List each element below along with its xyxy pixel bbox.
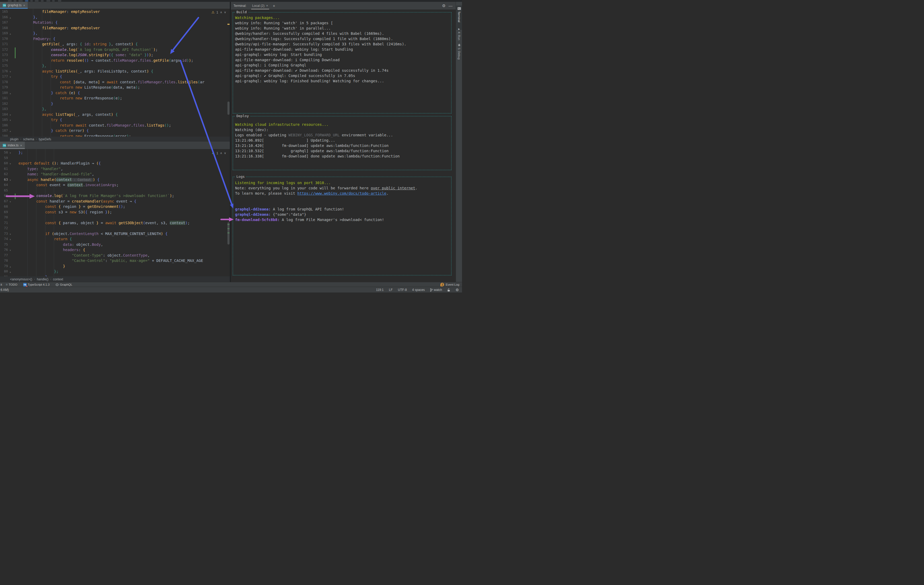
fold-marker-icon[interactable]: [8, 194, 13, 199]
code-line[interactable]: 168 fileManager: emptyResolver: [0, 26, 230, 31]
close-icon[interactable]: ×: [23, 3, 25, 7]
status-git-cut[interactable]: it: [0, 283, 2, 286]
code-line[interactable]: 183 },: [0, 107, 230, 112]
code-line[interactable]: 172 console.log(`A log from GraphQL API …: [0, 48, 230, 53]
code-line[interactable]: 75 data: object.Body,: [0, 242, 230, 248]
close-icon[interactable]: ×: [20, 143, 22, 147]
fold-marker-icon[interactable]: [8, 85, 13, 91]
code-line[interactable]: 175 },: [0, 64, 230, 69]
fold-marker-icon[interactable]: [8, 253, 13, 259]
fold-marker-icon[interactable]: ▾: [8, 161, 13, 167]
event-log-button[interactable]: 2 Event Log: [441, 283, 459, 287]
breadcrumb-item[interactable]: plugin: [10, 137, 18, 141]
code-line[interactable]: 67▾ const handler = createHandler(async …: [0, 199, 230, 205]
code-line[interactable]: 171 getFile(_, args: { id: string }, con…: [0, 42, 230, 48]
code-line[interactable]: 182 }: [0, 102, 230, 107]
fold-marker-icon[interactable]: [8, 183, 13, 188]
toolwindow-terminal-button[interactable]: >_ Terminal: [456, 5, 462, 30]
fold-marker-icon[interactable]: [8, 37, 13, 42]
fold-marker-icon[interactable]: ▾: [8, 112, 13, 118]
code-line[interactable]: 58▾};: [0, 150, 230, 156]
fold-marker-icon[interactable]: [8, 80, 13, 86]
next-issue-icon[interactable]: ∨: [224, 11, 226, 14]
code-line[interactable]: 184▾ async listTags(_, args, context) {: [0, 112, 230, 118]
code-line[interactable]: 68 const { region } = getEnvironment();: [0, 204, 230, 210]
file-encoding[interactable]: UTF-8: [398, 288, 407, 292]
fold-marker-icon[interactable]: [8, 188, 13, 194]
fold-marker-icon[interactable]: ▴: [8, 91, 13, 96]
fold-marker-icon[interactable]: [8, 167, 13, 172]
fold-marker-icon[interactable]: ▾: [8, 199, 13, 205]
fold-marker-icon[interactable]: [8, 58, 13, 64]
code-line[interactable]: 170 FmQuery: {: [0, 37, 230, 42]
breadcrumb-item[interactable]: context: [53, 277, 63, 281]
fold-marker-icon[interactable]: [8, 204, 13, 210]
inspection-widget[interactable]: ✔1 ∧ ∨: [211, 151, 226, 155]
indent-setting[interactable]: 4 spaces: [412, 288, 425, 292]
fold-marker-icon[interactable]: [8, 64, 13, 69]
fold-marker-icon[interactable]: ▾: [8, 237, 13, 242]
gear-icon[interactable]: ⚙: [442, 3, 446, 8]
fold-marker-icon[interactable]: [8, 96, 13, 102]
code-line[interactable]: 61 type: "handler",: [0, 167, 230, 172]
prev-issue-icon[interactable]: ∧: [220, 11, 222, 14]
prev-issue-icon[interactable]: ∧: [220, 152, 222, 155]
fold-marker-icon[interactable]: ▴: [8, 31, 13, 37]
new-terminal-button[interactable]: +: [273, 3, 275, 8]
fold-marker-icon[interactable]: ▾: [8, 118, 13, 123]
code-line[interactable]: 177▾ try {: [0, 74, 230, 80]
code-line[interactable]: 179 return new ListResponse(data, meta);: [0, 85, 230, 91]
code-line[interactable]: 176▾ async listFiles(_, args: FilesListO…: [0, 69, 230, 75]
code-line[interactable]: 77 "Content-Type": object.ContentType,: [0, 253, 230, 259]
status-item-todo[interactable]: ≡TODO: [6, 283, 17, 287]
fold-marker-icon[interactable]: [8, 53, 13, 58]
reader-mode-gear-icon[interactable]: ⚙: [455, 288, 459, 292]
code-line[interactable]: 80▴ };: [0, 269, 230, 275]
code-line[interactable]: 180▴ } catch (e) {: [0, 91, 230, 96]
code-line[interactable]: 165 fileManager: emptyResolver: [0, 10, 230, 15]
toolwindow-run-button[interactable]: ▶ 4: Run: [456, 28, 462, 40]
fold-marker-icon[interactable]: [8, 172, 13, 178]
code-line[interactable]: 185▾ try {: [0, 118, 230, 123]
fold-marker-icon[interactable]: [8, 26, 13, 31]
fold-marker-icon[interactable]: ▴: [8, 264, 13, 270]
next-issue-icon[interactable]: ∨: [224, 152, 226, 155]
fold-marker-icon[interactable]: ▴: [8, 269, 13, 275]
code-line[interactable]: 173 console.log(JSON.stringify({ some: "…: [0, 53, 230, 58]
close-icon[interactable]: ×: [266, 4, 268, 8]
code-line[interactable]: 60▾export default (): HandlerPlugin ⇒ ({: [0, 161, 230, 167]
fold-marker-icon[interactable]: ▴: [8, 129, 13, 134]
code-line[interactable]: 71 const { params, object } = await getS…: [0, 221, 230, 226]
code-line[interactable]: 69 const s3 = new S3({ region });: [0, 210, 230, 216]
code-line[interactable]: 178 const [data, meta] = await context.f…: [0, 80, 230, 86]
unlock-icon[interactable]: [447, 288, 450, 292]
code-line[interactable]: 62 name: "handler-download-file",: [0, 172, 230, 178]
code-line[interactable]: 74▾ return {: [0, 237, 230, 242]
fold-marker-icon[interactable]: [8, 221, 13, 226]
fold-marker-icon[interactable]: [8, 10, 13, 15]
code-line[interactable]: 63▾ async handle(context : Context ) {: [0, 178, 230, 183]
line-separator[interactable]: LF: [389, 288, 393, 292]
code-line[interactable]: 76▾ headers: {: [0, 248, 230, 253]
code-line[interactable]: 64 const event = context.invocationArgs;: [0, 183, 230, 188]
tab-graphql-ts[interactable]: TS graphql.ts ×: [0, 2, 28, 9]
code-line[interactable]: 174 return resolve(() ⇒ context.fileMana…: [0, 58, 230, 64]
code-line[interactable]: 65: [0, 188, 230, 194]
fold-marker-icon[interactable]: [8, 226, 13, 232]
fold-marker-icon[interactable]: ▾: [8, 69, 13, 75]
breadcrumb-item[interactable]: <anonymous>(): [10, 277, 32, 281]
fold-marker-icon[interactable]: ▾: [8, 150, 13, 156]
breadcrumb-item[interactable]: typeDefs: [39, 137, 51, 141]
status-item-typescript-4-1-3[interactable]: TSTypeScript 4.1.3: [23, 283, 50, 287]
toolwindow-debug-button[interactable]: 5: Debug: [456, 43, 462, 59]
editor-index-ts[interactable]: ✔1 ∧ ∨ 58▾};5960▾export default (): Hand…: [0, 149, 230, 278]
fold-marker-icon[interactable]: ▾: [8, 232, 13, 237]
code-line[interactable]: 169▴ },: [0, 31, 230, 37]
tab-index-ts[interactable]: TS index.ts ×: [0, 142, 25, 149]
status-item-graphql[interactable]: GraphQL: [55, 283, 72, 287]
git-branch-widget[interactable]: watch: [430, 288, 442, 292]
fold-marker-icon[interactable]: [8, 48, 13, 53]
fold-marker-icon[interactable]: [8, 156, 13, 161]
fold-marker-icon[interactable]: ▾: [8, 178, 13, 183]
code-line[interactable]: 186 return await context.fileManager.fil…: [0, 123, 230, 129]
